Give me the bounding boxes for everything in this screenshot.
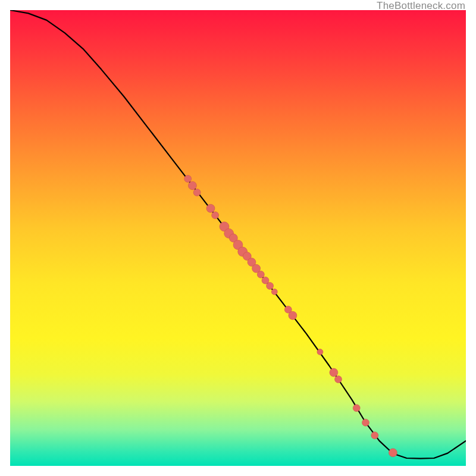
plot-background-gradient [10,10,466,466]
watermark-text: TheBottleneck.com [377,0,465,12]
chart-container: TheBottleneck.com [0,0,476,476]
